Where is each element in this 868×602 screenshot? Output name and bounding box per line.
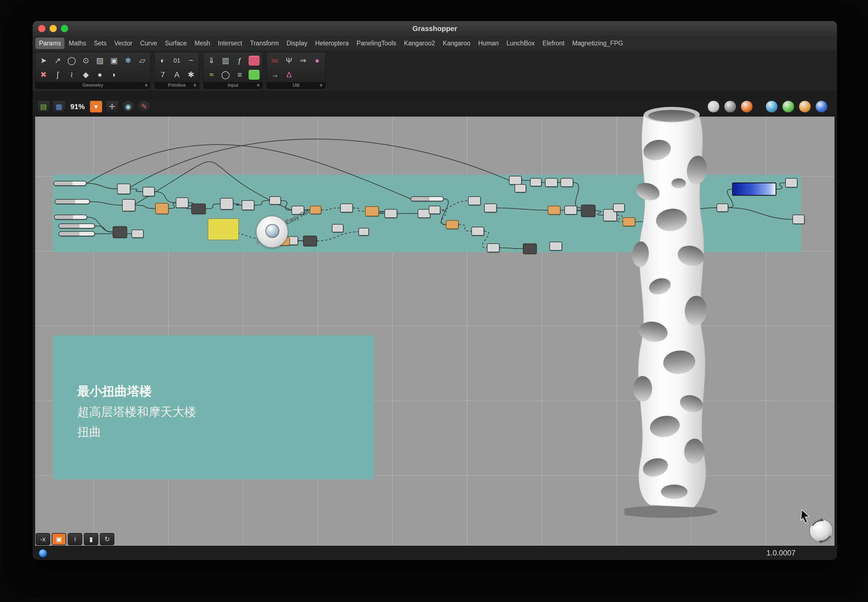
viewport-orange-button[interactable] <box>799 100 811 113</box>
component-node[interactable] <box>340 204 353 212</box>
component-node[interactable] <box>549 242 562 250</box>
component-node[interactable] <box>793 215 805 224</box>
tab-human[interactable]: Human <box>475 38 502 49</box>
slider-card-icon[interactable]: ▥ <box>219 54 232 67</box>
relay-icon[interactable]: ⇒ <box>297 54 310 67</box>
tab-heteroptera[interactable]: Heteroptera <box>312 38 352 49</box>
slider-node[interactable] <box>55 199 90 204</box>
component-node[interactable] <box>471 227 484 236</box>
save-button[interactable]: ▦ <box>52 100 65 113</box>
component-node[interactable] <box>113 226 127 238</box>
component-node[interactable] <box>716 204 728 212</box>
component-node[interactable] <box>385 209 397 218</box>
component-node[interactable] <box>269 196 281 205</box>
component-node[interactable] <box>581 205 595 217</box>
tab-curve[interactable]: Curve <box>136 38 161 49</box>
cherry-picker-icon[interactable]: oo <box>268 54 281 67</box>
component-node[interactable] <box>359 228 369 236</box>
tilde-icon[interactable]: ~ <box>185 54 197 67</box>
component-node[interactable] <box>191 204 205 214</box>
tab-mesh[interactable]: Mesh <box>191 38 214 49</box>
slider-node[interactable] <box>54 181 87 186</box>
integer-icon[interactable]: 7 <box>156 68 169 81</box>
component-node[interactable] <box>143 187 155 196</box>
shaded-sphere-button[interactable] <box>724 100 736 113</box>
title-bar[interactable]: Grasshopper <box>33 21 837 36</box>
slider-node[interactable] <box>54 215 87 220</box>
tab-magnetizing-fpg[interactable]: Magnetizing_FPG <box>569 38 627 49</box>
component-node[interactable] <box>548 206 560 215</box>
component-node[interactable] <box>484 204 497 212</box>
graph-mapper-icon[interactable]: ≈ <box>205 68 218 81</box>
tab-elefront[interactable]: Elefront <box>539 38 568 49</box>
circle-icon[interactable]: ◯ <box>65 54 78 67</box>
curve-icon[interactable]: ʃ <box>51 68 64 81</box>
component-node[interactable] <box>220 198 233 210</box>
fit-view-button[interactable]: ✛ <box>106 100 118 113</box>
tab-params[interactable]: Params <box>35 38 64 49</box>
snowflake-icon[interactable]: ❄ <box>122 54 135 67</box>
tab-kangaroo2[interactable]: Kangaroo2 <box>400 38 439 49</box>
tab-kangaroo[interactable]: Kangaroo <box>439 38 474 49</box>
list-icon[interactable]: ≡ <box>233 68 246 81</box>
ellipse-icon[interactable]: ⊙ <box>80 54 92 67</box>
tree-icon[interactable]: Ψ <box>282 54 295 67</box>
render-sphere-button[interactable] <box>707 100 720 113</box>
component-node[interactable] <box>509 176 522 185</box>
component-node[interactable] <box>468 196 481 205</box>
tab-maths[interactable]: Maths <box>65 38 90 49</box>
group-expand-button[interactable]: + <box>256 82 260 89</box>
component-node[interactable] <box>545 178 558 187</box>
component-node[interactable] <box>176 197 189 208</box>
new-file-button[interactable]: ▤ <box>37 100 50 113</box>
tab-intersect[interactable]: Intersect <box>214 38 246 49</box>
hatch-icon[interactable]: ▨ <box>94 54 106 67</box>
easy-ref-ball-icon[interactable]: ≡ <box>256 216 288 248</box>
tab-vector[interactable]: Vector <box>111 38 136 49</box>
tab-panelingtools[interactable]: PanelingTools <box>353 38 400 49</box>
tab-lunchbox[interactable]: LunchBox <box>503 38 538 49</box>
script-icon[interactable]: ƒ <box>233 54 246 67</box>
plane-icon[interactable]: ▱ <box>136 54 149 67</box>
paint-mode-button[interactable]: ✎ <box>138 100 150 113</box>
component-node[interactable] <box>785 178 797 187</box>
component-node[interactable] <box>122 199 135 211</box>
text-icon[interactable]: A <box>170 68 183 81</box>
component-node[interactable] <box>446 220 459 229</box>
diamond-icon[interactable]: ◆ <box>80 68 92 81</box>
component-node[interactable] <box>623 217 635 226</box>
panel-red-icon[interactable] <box>248 55 260 66</box>
component-node[interactable] <box>365 206 379 216</box>
viewport-cobalt-button[interactable] <box>816 100 828 113</box>
component-node[interactable] <box>523 243 537 254</box>
component-node[interactable] <box>429 206 440 214</box>
number-icon[interactable]: 01 <box>170 54 183 67</box>
preview-toggle-button[interactable]: ◉ <box>122 100 135 113</box>
group-expand-button[interactable]: + <box>319 82 323 89</box>
component-node[interactable] <box>560 178 573 187</box>
star-icon[interactable]: ✱ <box>185 68 197 81</box>
component-node[interactable] <box>487 243 500 252</box>
widget-loop-button[interactable]: ↻ <box>100 533 114 545</box>
tab-transform[interactable]: Transform <box>246 38 282 49</box>
component-node[interactable] <box>530 178 542 186</box>
ball-pink-icon[interactable]: ● <box>311 54 324 67</box>
status-sphere-icon[interactable] <box>39 549 47 557</box>
viewport-blue-button[interactable] <box>765 100 778 113</box>
slider-node[interactable] <box>58 223 95 229</box>
slider-node[interactable] <box>411 196 444 201</box>
component-node[interactable] <box>117 184 130 194</box>
panel-note[interactable] <box>208 218 239 240</box>
gradient-component[interactable] <box>732 183 776 196</box>
component-node[interactable] <box>613 204 625 212</box>
sphere-icon[interactable]: ● <box>94 68 106 81</box>
minimize-window-button[interactable] <box>49 25 57 32</box>
component-node[interactable] <box>564 206 577 215</box>
cancel-icon[interactable]: ✖ <box>37 68 50 81</box>
viewport-green-button[interactable] <box>782 100 794 113</box>
jump-icon[interactable]: → <box>268 68 281 81</box>
component-node[interactable] <box>515 184 526 192</box>
pick-arrow-icon[interactable]: ➤ <box>37 54 50 67</box>
zoom-dropdown-button[interactable]: ▾ <box>90 100 103 113</box>
slider-node[interactable] <box>58 231 95 236</box>
